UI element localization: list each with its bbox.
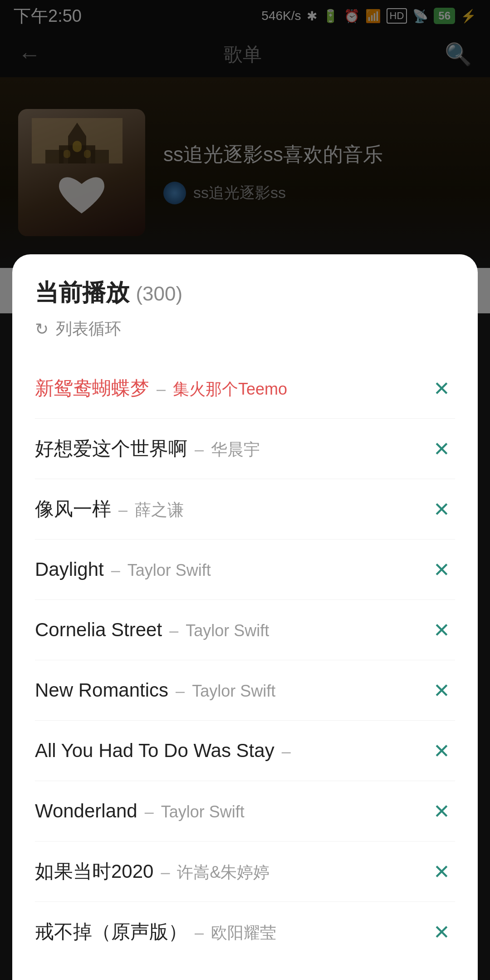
song-remove-button[interactable]: ✕: [428, 918, 455, 945]
song-remove-button[interactable]: ✕: [428, 858, 455, 885]
song-remove-button[interactable]: ✕: [428, 677, 455, 704]
song-remove-button[interactable]: ✕: [428, 797, 455, 825]
song-info: All You Had To Do Was Stay –: [35, 740, 428, 762]
loop-icon: ↻: [35, 320, 49, 339]
song-title: All You Had To Do Was Stay: [35, 740, 274, 762]
song-remove-button[interactable]: ✕: [428, 616, 455, 643]
song-separator: –: [161, 863, 170, 882]
song-artist: 集火那个Teemo: [173, 378, 287, 401]
song-info: 像风一样 – 薛之谦: [35, 496, 428, 522]
song-title: 戒不掉（原声版）: [35, 919, 187, 945]
playlist-modal: 当前播放 (300) ↻ 列表循环 新鸳鸯蝴蝶梦 – 集火那个Teemo ✕ 好…: [12, 254, 478, 980]
song-separator: –: [195, 923, 204, 942]
song-separator: –: [195, 440, 204, 459]
song-item[interactable]: Cornelia Street – Taylor Swift ✕: [35, 600, 455, 660]
song-separator: –: [111, 561, 120, 580]
song-item[interactable]: All You Had To Do Was Stay – ✕: [35, 721, 455, 781]
song-item[interactable]: Wonderland – Taylor Swift ✕: [35, 781, 455, 841]
song-remove-button[interactable]: ✕: [428, 556, 455, 583]
song-artist: Taylor Swift: [192, 682, 275, 701]
modal-count: (300): [136, 282, 182, 305]
song-item[interactable]: 戒不掉（原声版） – 欧阳耀莹 ✕: [35, 902, 455, 962]
song-info: Cornelia Street – Taylor Swift: [35, 619, 428, 641]
song-artist: Taylor Swift: [127, 561, 211, 580]
song-title: 好想爱这个世界啊: [35, 436, 187, 461]
song-item[interactable]: 新鸳鸯蝴蝶梦 – 集火那个Teemo ✕: [35, 358, 455, 419]
song-info: Wonderland – Taylor Swift: [35, 800, 428, 822]
song-title: Daylight: [35, 559, 104, 580]
song-separator: –: [169, 621, 178, 640]
song-artist: Taylor Swift: [186, 621, 269, 640]
song-remove-button[interactable]: ✕: [428, 435, 455, 462]
song-remove-button[interactable]: ✕: [428, 375, 455, 402]
song-title: 如果当时2020: [35, 859, 153, 884]
song-title: Cornelia Street: [35, 619, 162, 641]
song-item[interactable]: 如果当时2020 – 许嵩&朱婷婷 ✕: [35, 841, 455, 902]
song-separator: –: [157, 380, 166, 399]
song-artist: Taylor Swift: [161, 802, 245, 822]
song-separator: –: [282, 742, 291, 761]
modal-title: 当前播放: [35, 279, 129, 306]
song-info: New Romantics – Taylor Swift: [35, 679, 428, 701]
song-separator: –: [176, 682, 185, 701]
song-info: 新鸳鸯蝴蝶梦 – 集火那个Teemo: [35, 376, 428, 401]
song-remove-button[interactable]: ✕: [428, 737, 455, 764]
song-artist: 华晨宇: [211, 439, 260, 461]
song-info: 好想爱这个世界啊 – 华晨宇: [35, 436, 428, 461]
song-list: 新鸳鸯蝴蝶梦 – 集火那个Teemo ✕ 好想爱这个世界啊 – 华晨宇 ✕ 像风…: [35, 358, 455, 962]
song-artist: 欧阳耀莹: [211, 922, 276, 944]
song-info: 戒不掉（原声版） – 欧阳耀莹: [35, 919, 428, 945]
song-info: 如果当时2020 – 许嵩&朱婷婷: [35, 859, 428, 884]
song-remove-button[interactable]: ✕: [428, 495, 455, 523]
song-item[interactable]: Daylight – Taylor Swift ✕: [35, 539, 455, 600]
modal-header: 当前播放 (300) ↻ 列表循环: [35, 277, 455, 340]
song-title: New Romantics: [35, 679, 168, 701]
song-item[interactable]: 像风一样 – 薛之谦 ✕: [35, 479, 455, 539]
modal-overlay: 当前播放 (300) ↻ 列表循环 新鸳鸯蝴蝶梦 – 集火那个Teemo ✕ 好…: [0, 0, 490, 980]
song-artist: 薛之谦: [135, 499, 184, 521]
song-title: Wonderland: [35, 800, 137, 822]
loop-row[interactable]: ↻ 列表循环: [35, 318, 455, 340]
song-title: 像风一样: [35, 496, 111, 522]
song-item[interactable]: 好想爱这个世界啊 – 华晨宇 ✕: [35, 419, 455, 479]
loop-text: 列表循环: [56, 318, 121, 340]
song-separator: –: [145, 802, 154, 822]
song-title: 新鸳鸯蝴蝶梦: [35, 376, 149, 401]
song-separator: –: [118, 500, 127, 520]
song-info: Daylight – Taylor Swift: [35, 559, 428, 580]
song-artist: 许嵩&朱婷婷: [177, 861, 270, 884]
song-item[interactable]: New Romantics – Taylor Swift ✕: [35, 660, 455, 721]
